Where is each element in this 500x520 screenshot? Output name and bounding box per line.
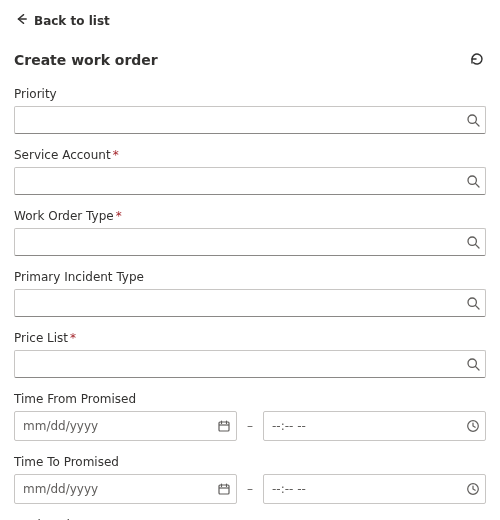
back-to-list-link[interactable]: Back to list (14, 12, 486, 29)
work-order-type-field: Work Order Type* (14, 209, 486, 256)
price-list-input[interactable] (14, 350, 486, 378)
time-to-promised-label: Time To Promised (14, 455, 486, 469)
priority-input[interactable] (14, 106, 486, 134)
service-account-label: Service Account* (14, 148, 486, 162)
refresh-button[interactable] (468, 51, 486, 69)
time-from-promised-label: Time From Promised (14, 392, 486, 406)
work-order-type-label: Work Order Type* (14, 209, 486, 223)
priority-field: Priority (14, 87, 486, 134)
required-mark: * (113, 148, 119, 162)
primary-incident-type-label: Primary Incident Type (14, 270, 486, 284)
required-mark: * (116, 209, 122, 223)
service-account-input[interactable] (14, 167, 486, 195)
work-order-type-input[interactable] (14, 228, 486, 256)
time-from-promised-field: Time From Promised – (14, 392, 486, 441)
time-from-date-input[interactable] (14, 411, 237, 441)
price-list-label: Price List* (14, 331, 486, 345)
refresh-icon (469, 51, 485, 70)
time-to-date-input[interactable] (14, 474, 237, 504)
price-list-field: Price List* (14, 331, 486, 378)
back-label: Back to list (34, 14, 110, 28)
primary-incident-type-field: Primary Incident Type (14, 270, 486, 317)
primary-incident-type-input[interactable] (14, 289, 486, 317)
time-to-promised-field: Time To Promised – (14, 455, 486, 504)
service-account-field: Service Account* (14, 148, 486, 195)
datetime-separator: – (245, 482, 255, 496)
arrow-left-icon (14, 12, 28, 29)
datetime-separator: – (245, 419, 255, 433)
required-mark: * (70, 331, 76, 345)
page-title: Create work order (14, 52, 158, 68)
time-to-time-input[interactable] (263, 474, 486, 504)
priority-label: Priority (14, 87, 486, 101)
time-from-time-input[interactable] (263, 411, 486, 441)
